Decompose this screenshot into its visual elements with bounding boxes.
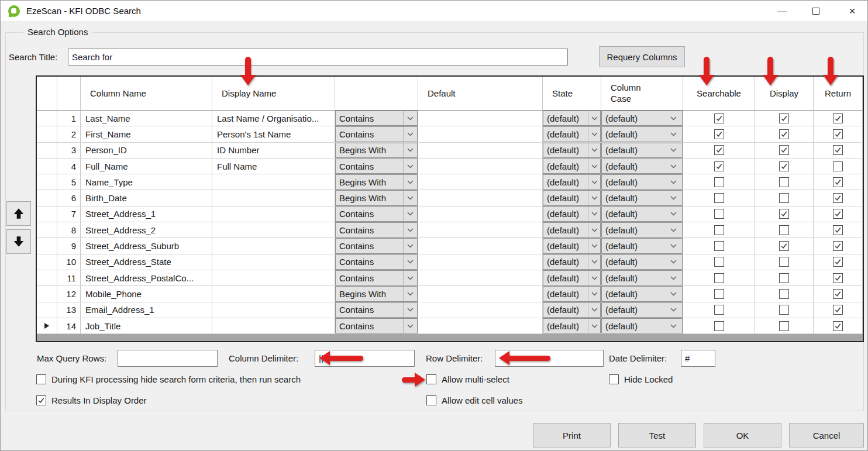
column-case-cell[interactable]: (default) — [601, 222, 683, 238]
chevron-down-icon[interactable] — [664, 255, 682, 269]
chevron-down-icon[interactable] — [664, 175, 682, 189]
chevron-down-icon[interactable] — [588, 319, 600, 333]
column-case-dropdown[interactable]: (default) — [601, 190, 683, 205]
display-name-cell[interactable] — [212, 222, 335, 238]
default-cell[interactable] — [418, 143, 543, 159]
operator-dropdown[interactable]: Begins With — [335, 190, 418, 205]
operator-cell[interactable]: Contains — [335, 206, 418, 222]
state-cell[interactable]: (default) — [543, 111, 601, 126]
state-dropdown[interactable]: (default) — [543, 143, 601, 158]
operator-cell[interactable]: Begins With — [335, 286, 418, 302]
operator-dropdown[interactable]: Contains — [335, 206, 418, 222]
operator-dropdown[interactable]: Contains — [335, 238, 418, 253]
checkbox-box[interactable] — [779, 241, 789, 251]
chevron-down-icon[interactable] — [403, 207, 417, 221]
display-checkbox-cell[interactable] — [755, 111, 814, 126]
column-case-dropdown[interactable]: (default) — [601, 126, 683, 142]
state-cell[interactable]: (default) — [543, 302, 601, 318]
column-name-cell[interactable]: Street_Address_PostalCo... — [81, 270, 212, 286]
return-checkbox-cell[interactable] — [814, 111, 863, 126]
column-name-cell[interactable]: Last_Name — [81, 111, 212, 126]
operator-dropdown[interactable]: Contains — [335, 302, 418, 318]
column-case-dropdown[interactable]: (default) — [601, 286, 683, 301]
searchable-checkbox-cell[interactable] — [683, 206, 755, 222]
checkbox-box[interactable] — [714, 225, 724, 235]
state-dropdown[interactable]: (default) — [543, 111, 601, 126]
row-number-cell[interactable]: 5 — [57, 174, 81, 190]
checkbox-box[interactable] — [714, 129, 724, 139]
display-checkbox-cell[interactable] — [755, 206, 814, 222]
display-name-cell[interactable]: Last Name / Organisatio... — [212, 111, 335, 126]
chevron-down-icon[interactable] — [403, 127, 417, 141]
checkbox-box[interactable] — [714, 305, 724, 315]
row-indicator-cell[interactable] — [37, 286, 57, 302]
return-checkbox-cell[interactable] — [814, 126, 863, 142]
display-name-cell[interactable]: Full Name — [212, 159, 335, 174]
chevron-down-icon[interactable] — [588, 159, 600, 173]
display-checkbox-cell[interactable] — [755, 302, 814, 318]
operator-dropdown[interactable]: Begins With — [335, 174, 418, 190]
row-number-cell[interactable]: 2 — [57, 126, 81, 142]
column-case-dropdown[interactable]: (default) — [601, 206, 683, 222]
column-case-dropdown[interactable]: (default) — [601, 270, 683, 285]
checkbox-box[interactable] — [779, 209, 789, 219]
row-number-cell[interactable]: 6 — [57, 190, 81, 206]
return-checkbox-cell[interactable] — [814, 222, 863, 238]
cancel-button[interactable]: Cancel — [789, 423, 864, 447]
column-name-cell[interactable]: Name_Type — [81, 174, 212, 190]
move-row-down-button[interactable] — [6, 229, 31, 254]
chevron-down-icon[interactable] — [403, 239, 417, 253]
row-indicator-cell[interactable] — [37, 126, 57, 142]
operator-dropdown[interactable]: Contains — [335, 126, 418, 142]
display-name-cell[interactable]: ID Number — [212, 143, 335, 159]
row-number-cell[interactable]: 9 — [57, 238, 81, 254]
checkbox-box[interactable] — [714, 177, 724, 187]
chevron-down-icon[interactable] — [664, 143, 682, 157]
allow-multi-select-checkbox[interactable]: Allow multi-select — [426, 374, 509, 384]
default-cell[interactable] — [418, 302, 543, 318]
checkbox-box[interactable] — [833, 209, 843, 219]
chevron-down-icon[interactable] — [664, 303, 682, 317]
default-cell[interactable] — [418, 190, 543, 206]
operator-cell[interactable]: Begins With — [335, 143, 418, 159]
checkbox-box[interactable] — [779, 129, 789, 139]
move-row-up-button[interactable] — [6, 201, 31, 226]
default-cell[interactable] — [418, 174, 543, 190]
operator-dropdown[interactable]: Begins With — [335, 143, 418, 158]
operator-cell[interactable]: Contains — [335, 126, 418, 142]
state-dropdown[interactable]: (default) — [543, 190, 601, 205]
operator-cell[interactable]: Contains — [335, 254, 418, 270]
row-indicator-cell[interactable] — [37, 143, 57, 159]
state-cell[interactable]: (default) — [543, 206, 601, 222]
operator-dropdown[interactable]: Begins With — [335, 286, 418, 301]
chevron-down-icon[interactable] — [403, 223, 417, 237]
display-checkbox-cell[interactable] — [755, 174, 814, 190]
state-cell[interactable]: (default) — [543, 318, 601, 334]
checkbox-box[interactable] — [779, 113, 789, 123]
chevron-down-icon[interactable] — [588, 287, 600, 301]
column-case-cell[interactable]: (default) — [601, 286, 683, 302]
display-name-cell[interactable] — [212, 270, 335, 286]
default-cell[interactable] — [418, 159, 543, 174]
display-checkbox-cell[interactable] — [755, 286, 814, 302]
state-header[interactable]: State — [543, 77, 601, 111]
searchable-checkbox-cell[interactable] — [683, 238, 755, 254]
checkbox-box[interactable] — [714, 289, 724, 299]
column-case-header[interactable]: Column Case — [601, 77, 683, 111]
checkbox-box[interactable] — [714, 273, 724, 283]
searchable-checkbox-cell[interactable] — [683, 222, 755, 238]
column-name-cell[interactable]: Job_Title — [81, 318, 212, 334]
maximize-button[interactable] — [805, 1, 826, 22]
row-number-cell[interactable]: 1 — [57, 111, 81, 126]
results-display-order-checkbox[interactable]: Results In Display Order — [36, 395, 147, 405]
default-cell[interactable] — [418, 111, 543, 126]
row-indicator-cell[interactable] — [37, 174, 57, 190]
row-number-cell[interactable]: 10 — [57, 254, 81, 270]
state-cell[interactable]: (default) — [543, 190, 601, 206]
row-indicator-cell[interactable] — [37, 302, 57, 318]
row-indicator-cell[interactable] — [37, 270, 57, 286]
display-name-cell[interactable] — [212, 286, 335, 302]
column-case-cell[interactable]: (default) — [601, 143, 683, 159]
column-case-cell[interactable]: (default) — [601, 270, 683, 286]
chevron-down-icon[interactable] — [588, 223, 600, 237]
